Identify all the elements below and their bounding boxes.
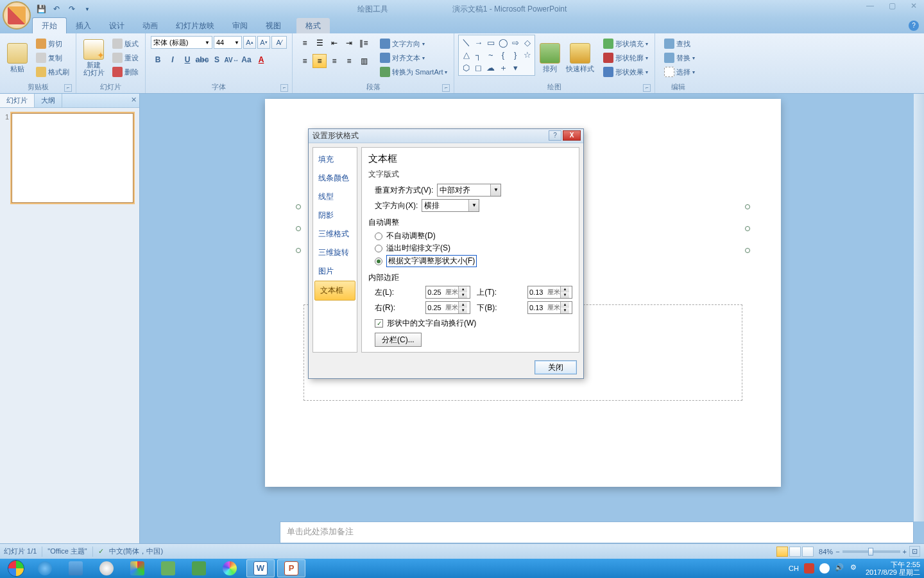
shape-hex-icon[interactable]: ⬡ bbox=[460, 62, 472, 74]
bullets-button[interactable]: ≡ bbox=[298, 36, 312, 50]
zoom-percent[interactable]: 84% bbox=[819, 548, 833, 556]
find-button[interactable]: 查找 bbox=[662, 37, 697, 50]
radio-no-autofit[interactable] bbox=[375, 232, 382, 240]
notes-pane[interactable]: 单击此处添加备注 bbox=[280, 521, 914, 543]
shape-tri-icon[interactable]: △ bbox=[460, 49, 472, 62]
char-spacing-button[interactable]: AV↔ bbox=[225, 53, 239, 67]
shape-brace-icon[interactable]: { bbox=[497, 49, 509, 62]
tab-home[interactable]: 开始 bbox=[32, 17, 67, 33]
radio-resize-shape[interactable] bbox=[375, 258, 382, 265]
shape-rect-icon[interactable]: ▭ bbox=[485, 37, 497, 49]
shape-effects-button[interactable]: 形状效果 ▾ bbox=[601, 66, 651, 78]
slide-thumbnail[interactable] bbox=[12, 113, 133, 203]
shape-arrow-icon[interactable]: → bbox=[473, 37, 484, 49]
view-normal-button[interactable] bbox=[776, 547, 788, 557]
format-painter-button[interactable]: 格式刷 bbox=[33, 66, 72, 78]
office-button[interactable] bbox=[3, 1, 31, 30]
layout-button[interactable]: 版式 bbox=[110, 37, 141, 50]
view-sorter-button[interactable] bbox=[789, 547, 801, 557]
tray-icon-2[interactable] bbox=[819, 563, 830, 574]
strike-button[interactable]: abc bbox=[195, 53, 209, 67]
clipboard-launcher-icon[interactable]: ⌐ bbox=[64, 84, 72, 92]
wrap-checkbox[interactable]: ✓ bbox=[375, 319, 383, 328]
bold-button[interactable]: B bbox=[151, 53, 165, 67]
qat-undo-icon[interactable]: ↶ bbox=[50, 3, 63, 15]
underline-button[interactable]: U bbox=[180, 53, 194, 67]
shrink-font-button[interactable]: A▾ bbox=[257, 36, 270, 49]
nav-3d-rotation[interactable]: 三维旋转 bbox=[313, 243, 357, 262]
align-center-button[interactable]: ≡ bbox=[312, 54, 327, 68]
indent-dec-button[interactable]: ⇤ bbox=[327, 36, 341, 50]
start-button[interactable] bbox=[4, 559, 28, 577]
font-launcher-icon[interactable]: ⌐ bbox=[280, 84, 288, 92]
minimize-button[interactable]: — bbox=[862, 1, 878, 12]
numbering-button[interactable]: ☰ bbox=[312, 36, 327, 50]
margin-left-input[interactable]: 厘米▲▼ bbox=[425, 286, 470, 299]
fit-window-button[interactable]: ⊡ bbox=[909, 546, 920, 557]
nav-line-style[interactable]: 线型 bbox=[313, 188, 357, 206]
margin-right-input[interactable]: 厘米▲▼ bbox=[425, 301, 470, 314]
nav-fill[interactable]: 填充 bbox=[313, 150, 357, 169]
help-icon[interactable]: ? bbox=[909, 21, 919, 31]
italic-button[interactable]: I bbox=[166, 53, 180, 67]
panel-close-icon[interactable]: ✕ bbox=[131, 96, 137, 104]
select-button[interactable]: 选择 ▾ bbox=[662, 66, 697, 78]
zoom-in-button[interactable]: + bbox=[903, 548, 907, 556]
shadow-button[interactable]: S bbox=[210, 53, 224, 67]
grow-font-button[interactable]: A▴ bbox=[243, 36, 256, 49]
font-color-button[interactable]: A bbox=[254, 53, 268, 67]
columns-button[interactable]: 分栏(C)... bbox=[375, 333, 422, 347]
drawing-launcher-icon[interactable]: ⌐ bbox=[643, 84, 651, 92]
text-direction-button[interactable]: 文字方向 ▾ bbox=[377, 37, 450, 50]
spin-up-icon[interactable]: ▲ bbox=[561, 302, 569, 308]
tray-icon-1[interactable] bbox=[804, 563, 814, 574]
shape-diamond-icon[interactable]: ◇ bbox=[522, 37, 533, 49]
nav-line-color[interactable]: 线条颜色 bbox=[313, 169, 357, 188]
spin-down-icon[interactable]: ▼ bbox=[459, 292, 467, 298]
spin-down-icon[interactable]: ▼ bbox=[561, 308, 569, 313]
zoom-out-button[interactable]: − bbox=[835, 548, 839, 556]
dialog-close-footer-button[interactable]: 关闭 bbox=[535, 360, 577, 374]
tab-slideshow[interactable]: 幻灯片放映 bbox=[167, 18, 223, 33]
replace-button[interactable]: 替换 ▾ bbox=[662, 51, 697, 64]
dialog-close-button[interactable]: X bbox=[563, 130, 581, 141]
tab-format[interactable]: 格式 bbox=[296, 18, 330, 33]
shape-more-icon[interactable]: ▾ bbox=[509, 62, 521, 74]
spin-down-icon[interactable]: ▼ bbox=[459, 308, 467, 313]
dialog-title-bar[interactable]: 设置形状格式 ? X bbox=[309, 129, 583, 143]
tab-review[interactable]: 审阅 bbox=[223, 18, 257, 33]
taskbar-word[interactable]: W bbox=[246, 559, 275, 577]
convert-smartart-button[interactable]: 转换为 SmartArt ▾ bbox=[377, 66, 450, 78]
clear-format-button[interactable]: A⁄ bbox=[271, 36, 287, 49]
zoom-thumb[interactable] bbox=[868, 548, 873, 556]
qat-save-icon[interactable]: 💾 bbox=[35, 3, 47, 15]
view-slideshow-button[interactable] bbox=[802, 547, 814, 557]
shape-oval-icon[interactable]: ◯ bbox=[497, 37, 509, 49]
taskbar-app2[interactable] bbox=[123, 559, 151, 577]
taskbar-app4[interactable] bbox=[185, 559, 213, 577]
resize-handle[interactable] bbox=[745, 248, 750, 253]
columns-button[interactable]: ▥ bbox=[357, 54, 371, 68]
align-right-button[interactable]: ≡ bbox=[327, 54, 341, 68]
shape-callout-icon[interactable]: ◻ bbox=[473, 62, 484, 74]
font-size-select[interactable]: 44▼ bbox=[214, 36, 242, 49]
radio-shrink[interactable] bbox=[375, 245, 382, 252]
spin-down-icon[interactable]: ▼ bbox=[561, 292, 569, 298]
nav-picture[interactable]: 图片 bbox=[313, 262, 357, 281]
change-case-button[interactable]: Aa bbox=[239, 53, 253, 67]
taskbar-explorer[interactable] bbox=[62, 559, 90, 577]
resize-handle[interactable] bbox=[745, 204, 750, 209]
shape-cloud-icon[interactable]: ☁ bbox=[485, 62, 497, 74]
nav-shadow[interactable]: 阴影 bbox=[313, 206, 357, 225]
resize-handle[interactable] bbox=[296, 226, 301, 231]
tab-animations[interactable]: 动画 bbox=[133, 18, 167, 33]
vertical-scrollbar[interactable] bbox=[914, 94, 924, 521]
tab-slides[interactable]: 幻灯片 bbox=[0, 94, 35, 107]
spin-up-icon[interactable]: ▲ bbox=[459, 302, 467, 308]
reset-button[interactable]: 重设 bbox=[110, 51, 141, 64]
taskbar-powerpoint[interactable]: P bbox=[277, 559, 305, 577]
tab-view[interactable]: 视图 bbox=[257, 18, 290, 33]
zoom-slider[interactable] bbox=[843, 550, 900, 553]
shape-brace2-icon[interactable]: } bbox=[509, 49, 521, 62]
paragraph-launcher-icon[interactable]: ⌐ bbox=[442, 84, 450, 92]
